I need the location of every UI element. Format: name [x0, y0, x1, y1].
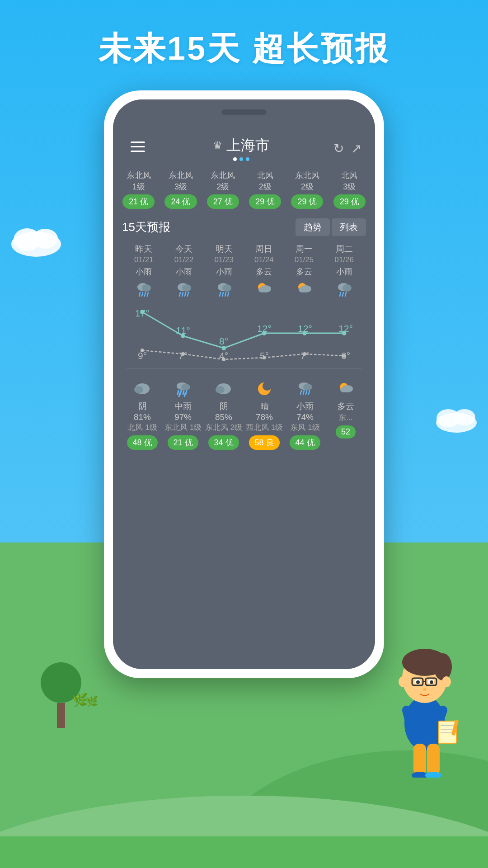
temp-col-3: 12° 5°	[244, 305, 285, 364]
aqi-badge-5: 29 优	[333, 194, 366, 209]
bottom-aqi-4: 44 优	[290, 435, 320, 450]
bottom-aqi-2: 34 优	[208, 435, 239, 450]
bottom-section: 阴 81% 北风 1级 48 优	[122, 371, 366, 453]
wind-item-3: 北风2级 29 优	[244, 170, 286, 209]
svg-point-78	[416, 680, 420, 684]
svg-point-23	[258, 287, 266, 292]
weather-icon-0	[132, 280, 155, 298]
headline-text: 未来15天 超长预报	[0, 27, 488, 71]
phone-frame: ♛ 上海市 ↻ ↗ 东北风1级 2	[104, 90, 384, 678]
bottom-col-5: 多云 东... 52	[325, 374, 366, 453]
bottom-col-4: 小雨 74% 东风 1级 44 优	[285, 374, 325, 453]
svg-line-13	[185, 292, 186, 296]
svg-line-18	[222, 292, 223, 296]
bottom-col-0: 阴 81% 北风 1级 48 优	[122, 374, 163, 453]
temp-labels: 17° 9° 11° 7° 8° 4° 12°	[122, 305, 366, 364]
aqi-badge-0: 21 优	[122, 194, 155, 209]
wind-item-2: 东北风2级 27 优	[202, 170, 244, 209]
bottom-col-3: 晴 78% 西北风 1级 58 良	[244, 374, 285, 453]
forecast-title: 15天预报	[122, 219, 170, 235]
grass-tufts-2: 🌿	[86, 696, 98, 708]
bottom-icon-5	[334, 380, 357, 398]
day-col-4: 周一 01/25 多云	[284, 243, 324, 301]
share-icon[interactable]: ↗	[351, 141, 361, 156]
svg-line-5	[139, 292, 140, 296]
temp-col-1: 11° 7°	[163, 305, 203, 364]
day-col-1: 今天 01/22 小雨	[164, 243, 204, 301]
day-col-0: 昨天 01/21 小雨	[124, 243, 164, 301]
weather-icon-3	[253, 280, 275, 298]
temp-col-4: 12° 7°	[285, 305, 325, 364]
svg-line-12	[182, 292, 183, 296]
svg-line-52	[179, 393, 180, 397]
svg-point-99	[454, 409, 475, 425]
svg-line-8	[147, 292, 148, 296]
svg-line-61	[309, 391, 310, 394]
svg-line-30	[343, 292, 343, 296]
svg-point-57	[303, 384, 312, 390]
svg-point-4	[142, 284, 151, 292]
weather-icon-2	[213, 280, 235, 298]
temperature-chart: 17° 9° 11° 7° 8° 4° 12°	[122, 305, 366, 364]
svg-line-11	[179, 292, 180, 296]
tab-trend[interactable]: 趋势	[296, 218, 330, 236]
crown-icon: ♛	[213, 139, 223, 152]
bottom-aqi-5: 52	[336, 425, 356, 439]
svg-line-50	[183, 391, 184, 394]
bottom-aqi-3: 58 良	[249, 435, 279, 450]
bottom-col-2: 阴 85% 东北风 2级 34 优	[203, 374, 244, 453]
aqi-badge-2: 27 优	[207, 194, 239, 209]
wind-aqi-row: 东北风1级 21 优 东北风3级 24 优 东北风2级 27 优 北风2级 29…	[113, 165, 375, 211]
temp-col-5: 12° 6°	[325, 305, 366, 364]
bottom-icon-4	[294, 380, 316, 398]
phone-inner: ♛ 上海市 ↻ ↗ 东北风1级 2	[113, 99, 375, 669]
forecast-tabs: 趋势 列表	[296, 218, 366, 236]
day-col-3: 周日 01/24 多云	[244, 243, 284, 301]
svg-rect-90	[413, 744, 426, 775]
dot-3	[246, 157, 249, 161]
wind-item-0: 东北风1级 21 优	[117, 170, 160, 209]
svg-line-29	[340, 292, 341, 296]
dot-1	[233, 157, 237, 161]
cartoon-character	[380, 619, 470, 778]
svg-point-72	[434, 653, 452, 680]
svg-line-58	[300, 391, 301, 394]
day-col-5: 周二 01/26 小雨	[324, 243, 364, 301]
city-name: 上海市	[226, 136, 270, 156]
svg-point-16	[222, 284, 231, 292]
bottom-col-1: 中雨 97% 东北风 1级 21 优	[163, 374, 203, 453]
svg-point-82	[442, 676, 451, 687]
svg-line-6	[142, 292, 143, 296]
temp-col-2: 8° 4°	[203, 305, 244, 364]
svg-line-14	[188, 292, 188, 296]
weather-icon-5	[333, 280, 356, 298]
bottom-icon-1	[172, 380, 194, 398]
svg-point-45	[134, 386, 143, 393]
svg-line-60	[306, 391, 307, 394]
weather-icon-1	[173, 280, 195, 298]
svg-line-17	[220, 292, 221, 296]
svg-line-7	[145, 292, 145, 296]
svg-point-96	[33, 229, 58, 249]
bottom-aqi-1: 21 优	[168, 435, 198, 450]
forecast-header: 15天预报 趋势 列表	[122, 218, 366, 236]
temp-col-0: 17° 9°	[122, 305, 163, 364]
refresh-icon[interactable]: ↻	[333, 141, 344, 156]
bottom-icon-0	[131, 380, 154, 398]
svg-point-81	[399, 676, 408, 687]
svg-point-93	[425, 772, 441, 778]
phone-speaker	[221, 109, 267, 115]
bottom-icons-row: 阴 81% 北风 1级 48 优	[122, 374, 366, 453]
svg-rect-2	[131, 151, 145, 152]
tab-list[interactable]: 列表	[332, 218, 366, 236]
day-col-2: 明天 01/23 小雨	[204, 243, 244, 301]
svg-point-80	[423, 688, 427, 691]
city-dots	[149, 157, 333, 161]
bottom-icon-3	[253, 380, 276, 398]
aqi-badge-3: 29 优	[249, 194, 281, 209]
aqi-badge-1: 24 优	[164, 194, 197, 209]
svg-point-28	[343, 284, 352, 292]
svg-rect-91	[427, 744, 440, 775]
section-divider	[127, 368, 361, 369]
menu-icon[interactable]	[127, 141, 149, 156]
